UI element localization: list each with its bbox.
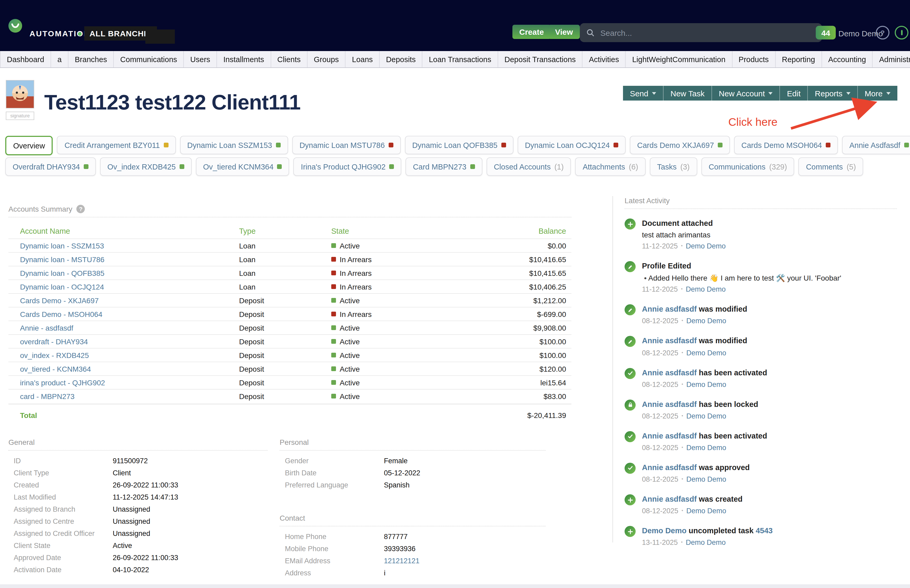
action-button-edit[interactable]: Edit <box>780 86 808 100</box>
tab-dynamic-loan-mstu786[interactable]: Dynamic Loan MSTU786 <box>292 136 401 154</box>
account-name-link[interactable]: Annie - asdfasdf <box>20 323 239 332</box>
tab-closed-accounts[interactable]: Closed Accounts(1) <box>487 157 571 176</box>
state-square-icon <box>331 325 336 330</box>
view-button[interactable]: View <box>548 25 580 39</box>
tab-communications[interactable]: Communications(329) <box>701 157 794 176</box>
menu-item-accounting[interactable]: Accounting <box>822 51 873 67</box>
account-name-link[interactable]: Dynamic loan - MSTU786 <box>20 255 239 263</box>
activity-user-link[interactable]: Demo Demo <box>686 286 726 294</box>
accounts-summary-help-icon[interactable]: ? <box>77 205 85 213</box>
activity-entity-link[interactable]: Annie asdfasdf <box>642 337 697 345</box>
account-name-link[interactable]: card - MBPN273 <box>20 392 239 400</box>
tab-dynamic-loan-ocjq124[interactable]: Dynamic Loan OCJQ124 <box>517 136 626 154</box>
tab-tasks[interactable]: Tasks(3) <box>650 157 697 176</box>
logout-power-icon[interactable] <box>895 26 908 39</box>
account-state-indicator <box>501 143 506 147</box>
activity-entity-link[interactable]: Annie asdfasdf <box>642 432 697 440</box>
dot-separator <box>678 380 686 388</box>
search-input[interactable] <box>599 27 816 38</box>
tab-comments[interactable]: Comments(5) <box>798 157 863 176</box>
tab-ov-index-rxdb425[interactable]: Ov_index RXDB425 <box>100 157 192 176</box>
activity-entity-link[interactable]: Annie asdfasdf <box>642 305 697 313</box>
menu-item-deposits[interactable]: Deposits <box>380 51 423 67</box>
account-name-link[interactable]: irina's product - QJHG902 <box>20 378 239 387</box>
signature-label: signature <box>6 111 34 120</box>
activity-entity-link[interactable]: Annie asdfasdf <box>642 368 697 376</box>
tab-card-mbpn273[interactable]: Card MBPN273 <box>406 157 482 176</box>
menu-item-products[interactable]: Products <box>732 51 776 67</box>
tab-attachments[interactable]: Attachments(6) <box>575 157 646 176</box>
tab-overview[interactable]: Overview <box>5 136 53 155</box>
menu-item-loans[interactable]: Loans <box>346 51 380 67</box>
account-state-cell: In Arrears <box>331 283 466 291</box>
activity-entity-link[interactable]: Annie asdfasdf <box>642 495 697 503</box>
menu-item-deposit-transactions[interactable]: Deposit Transactions <box>498 51 583 67</box>
detail-value-link[interactable]: 121212121 <box>384 557 546 565</box>
activity-user-link[interactable]: Demo Demo <box>686 317 726 325</box>
menu-item-a[interactable]: a <box>51 51 68 67</box>
activity-user-link[interactable]: Demo Demo <box>686 349 726 357</box>
account-name-link[interactable]: Dynamic loan - QOFB385 <box>20 269 239 277</box>
menu-item-branches[interactable]: Branches <box>68 51 114 67</box>
action-button-reports[interactable]: Reports <box>808 86 858 100</box>
tab-overdraft-dhay934[interactable]: Overdraft DHAY934 <box>5 157 96 176</box>
activity-entity-link[interactable]: Annie asdfasdf <box>642 400 697 408</box>
menu-item-installments[interactable]: Installments <box>217 51 271 67</box>
account-name-link[interactable]: Dynamic loan - SSZM153 <box>20 241 239 250</box>
help-icon[interactable]: ? <box>876 26 889 39</box>
account-name-link[interactable]: overdraft - DHAY934 <box>20 337 239 346</box>
activity-entity-link[interactable]: Annie asdfasdf <box>642 463 697 472</box>
account-balance-cell: $100.00 <box>466 337 566 346</box>
menu-item-loan-transactions[interactable]: Loan Transactions <box>423 51 498 67</box>
activity-title-text: has been activated <box>697 432 767 440</box>
action-button-send[interactable]: Send <box>623 86 664 100</box>
action-button-new-task[interactable]: New Task <box>664 86 712 100</box>
tab-cards-demo-xkja697[interactable]: Cards Demo XKJA697 <box>630 136 730 154</box>
col-header-balance[interactable]: Balance <box>466 227 566 235</box>
account-state-indicator <box>614 143 618 147</box>
notification-count-badge[interactable]: 44 <box>816 26 836 39</box>
tab-cards-demo-msoh064[interactable]: Cards Demo MSOH064 <box>734 136 838 154</box>
account-name-link[interactable]: Cards Demo - XKJA697 <box>20 296 239 305</box>
activity-user-link[interactable]: Demo Demo <box>686 380 726 388</box>
activity-user-link[interactable]: Demo Demo <box>686 475 726 483</box>
account-name-link[interactable]: Cards Demo - MSOH064 <box>20 310 239 318</box>
account-name-link[interactable]: Dynamic loan - OCJQ124 <box>20 283 239 291</box>
menu-item-groups[interactable]: Groups <box>307 51 346 67</box>
menu-item-activities[interactable]: Activities <box>583 51 626 67</box>
activity-entity-link[interactable]: Demo Demo <box>642 527 687 535</box>
tab-credit-arrangement-bzy011[interactable]: Credit Arrangement BZY011 <box>57 136 176 154</box>
account-state-cell: Active <box>331 392 466 400</box>
tab-annie-asdfasdf[interactable]: Annie Asdfasdf <box>842 136 910 154</box>
col-header-type[interactable]: Type <box>239 227 331 235</box>
action-button-more[interactable]: More <box>858 86 897 100</box>
menu-item-dashboard[interactable]: Dashboard <box>0 51 51 67</box>
tab-dynamic-loan-qofb385[interactable]: Dynamic Loan QOFB385 <box>405 136 513 154</box>
activity-user-link[interactable]: Demo Demo <box>686 507 726 515</box>
tab-ov-tiered-kcnm364[interactable]: Ov_tiered KCNM364 <box>196 157 289 176</box>
col-header-state[interactable]: State <box>331 227 466 235</box>
menu-item-users[interactable]: Users <box>184 51 217 67</box>
action-button-new-account[interactable]: New Account <box>712 86 780 100</box>
search-box[interactable] <box>580 23 822 42</box>
menu-item-communications[interactable]: Communications <box>114 51 184 67</box>
account-name-link[interactable]: ov_index - RXDB425 <box>20 351 239 359</box>
menu-item-lightweightcommunication[interactable]: LightWeightCommunication <box>626 51 732 67</box>
create-button[interactable]: Create <box>512 25 551 39</box>
activity-user-link[interactable]: Demo Demo <box>686 412 726 420</box>
menu-item-administration[interactable]: Administration <box>873 51 910 67</box>
col-header-account-name[interactable]: Account Name <box>20 227 239 235</box>
tab-irina-s-product-qjhg902[interactable]: Irina's Product QJHG902 <box>294 157 401 176</box>
activity-user-link[interactable]: Demo Demo <box>686 242 726 250</box>
menu-item-clients[interactable]: Clients <box>271 51 307 67</box>
activity-user-link[interactable]: Demo Demo <box>686 539 726 547</box>
client-avatar[interactable]: signature <box>6 80 35 118</box>
menu-item-reporting[interactable]: Reporting <box>776 51 822 67</box>
tab-label: Overview <box>13 141 45 150</box>
account-balance-cell: $9,908.00 <box>466 323 566 332</box>
avatar-image <box>6 80 34 108</box>
activity-entity-link[interactable]: 4543 <box>756 527 773 535</box>
tab-dynamic-loan-sszm153[interactable]: Dynamic Loan SSZM153 <box>180 136 288 154</box>
account-name-link[interactable]: ov_tiered - KCNM364 <box>20 365 239 373</box>
activity-user-link[interactable]: Demo Demo <box>686 444 726 452</box>
